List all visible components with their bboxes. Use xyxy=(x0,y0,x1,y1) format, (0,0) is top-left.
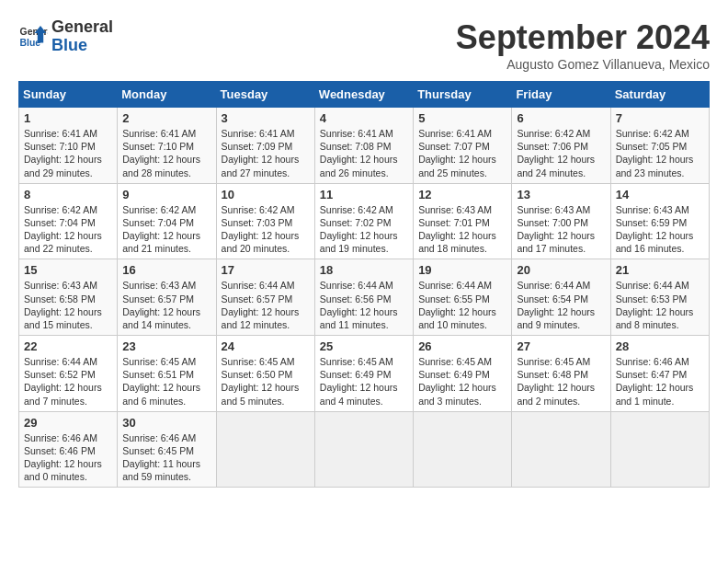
day-number: 13 xyxy=(517,188,605,201)
day-info: Sunrise: 6:43 AM Sunset: 6:59 PM Dayligh… xyxy=(616,203,704,256)
day-info: Sunrise: 6:44 AM Sunset: 6:54 PM Dayligh… xyxy=(517,279,605,331)
header: General Blue General Blue September 2024… xyxy=(18,18,710,72)
calendar-cell xyxy=(314,411,413,488)
day-info: Sunrise: 6:41 AM Sunset: 7:10 PM Dayligh… xyxy=(24,127,112,179)
day-info: Sunrise: 6:42 AM Sunset: 7:04 PM Dayligh… xyxy=(24,203,112,256)
col-tuesday: Tuesday xyxy=(216,82,314,108)
day-number: 21 xyxy=(616,263,704,277)
day-number: 23 xyxy=(122,339,210,353)
calendar-cell: 6 Sunrise: 6:42 AM Sunset: 7:06 PM Dayli… xyxy=(512,108,610,184)
calendar-table: Sunday Monday Tuesday Wednesday Thursday… xyxy=(18,81,710,488)
day-number: 16 xyxy=(122,263,210,277)
day-info: Sunrise: 6:46 AM Sunset: 6:45 PM Dayligh… xyxy=(122,431,210,484)
day-info: Sunrise: 6:44 AM Sunset: 6:56 PM Dayligh… xyxy=(320,279,408,331)
calendar-cell: 7 Sunrise: 6:42 AM Sunset: 7:05 PM Dayli… xyxy=(610,108,709,184)
calendar-cell: 18 Sunrise: 6:44 AM Sunset: 6:56 PM Dayl… xyxy=(314,259,413,336)
day-number: 27 xyxy=(517,339,605,353)
day-info: Sunrise: 6:42 AM Sunset: 7:06 PM Dayligh… xyxy=(517,127,605,179)
day-info: Sunrise: 6:45 AM Sunset: 6:50 PM Dayligh… xyxy=(222,355,310,408)
calendar-cell: 5 Sunrise: 6:41 AM Sunset: 7:07 PM Dayli… xyxy=(414,108,512,184)
day-info: Sunrise: 6:41 AM Sunset: 7:08 PM Dayligh… xyxy=(320,127,408,179)
calendar-cell: 14 Sunrise: 6:43 AM Sunset: 6:59 PM Dayl… xyxy=(610,183,709,259)
day-info: Sunrise: 6:41 AM Sunset: 7:10 PM Dayligh… xyxy=(122,127,210,179)
calendar-cell: 12 Sunrise: 6:43 AM Sunset: 7:01 PM Dayl… xyxy=(414,183,512,259)
day-number: 11 xyxy=(320,188,408,201)
day-number: 19 xyxy=(418,263,506,277)
calendar-cell xyxy=(414,411,512,488)
day-info: Sunrise: 6:41 AM Sunset: 7:09 PM Dayligh… xyxy=(222,127,310,179)
month-title: September 2024 xyxy=(456,18,710,57)
calendar-week-row: 8 Sunrise: 6:42 AM Sunset: 7:04 PM Dayli… xyxy=(19,183,710,259)
calendar-cell: 25 Sunrise: 6:45 AM Sunset: 6:49 PM Dayl… xyxy=(314,336,413,412)
day-number: 24 xyxy=(222,339,310,353)
location-subtitle: Augusto Gomez Villanueva, Mexico xyxy=(456,57,710,72)
day-info: Sunrise: 6:45 AM Sunset: 6:51 PM Dayligh… xyxy=(122,355,210,408)
day-number: 2 xyxy=(122,111,210,125)
day-info: Sunrise: 6:45 AM Sunset: 6:49 PM Dayligh… xyxy=(320,355,408,408)
day-number: 25 xyxy=(320,339,408,353)
day-info: Sunrise: 6:43 AM Sunset: 7:01 PM Dayligh… xyxy=(418,203,506,256)
calendar-cell: 8 Sunrise: 6:42 AM Sunset: 7:04 PM Dayli… xyxy=(19,183,118,259)
logo: General Blue General Blue xyxy=(18,18,113,55)
calendar-cell: 9 Sunrise: 6:42 AM Sunset: 7:04 PM Dayli… xyxy=(118,183,216,259)
calendar-week-row: 22 Sunrise: 6:44 AM Sunset: 6:52 PM Dayl… xyxy=(19,336,710,412)
logo-icon: General Blue xyxy=(18,22,48,52)
day-number: 26 xyxy=(418,339,506,353)
day-number: 6 xyxy=(517,111,605,125)
calendar-cell: 17 Sunrise: 6:44 AM Sunset: 6:57 PM Dayl… xyxy=(216,259,314,336)
calendar-cell xyxy=(216,411,314,488)
day-number: 3 xyxy=(222,111,310,125)
calendar-cell: 13 Sunrise: 6:43 AM Sunset: 7:00 PM Dayl… xyxy=(512,183,610,259)
day-number: 20 xyxy=(517,263,605,277)
day-number: 14 xyxy=(616,188,704,201)
day-number: 28 xyxy=(616,339,704,353)
title-area: September 2024 Augusto Gomez Villanueva,… xyxy=(456,18,710,72)
day-number: 5 xyxy=(418,111,506,125)
col-monday: Monday xyxy=(118,82,216,108)
day-info: Sunrise: 6:43 AM Sunset: 6:57 PM Dayligh… xyxy=(122,279,210,331)
day-info: Sunrise: 6:42 AM Sunset: 7:02 PM Dayligh… xyxy=(320,203,408,256)
day-number: 9 xyxy=(122,188,210,201)
day-info: Sunrise: 6:46 AM Sunset: 6:46 PM Dayligh… xyxy=(24,431,112,484)
calendar-cell: 10 Sunrise: 6:42 AM Sunset: 7:03 PM Dayl… xyxy=(216,183,314,259)
day-info: Sunrise: 6:44 AM Sunset: 6:55 PM Dayligh… xyxy=(418,279,506,331)
day-number: 1 xyxy=(24,111,112,125)
day-info: Sunrise: 6:41 AM Sunset: 7:07 PM Dayligh… xyxy=(418,127,506,179)
day-number: 7 xyxy=(616,111,704,125)
col-wednesday: Wednesday xyxy=(314,82,413,108)
calendar-cell: 11 Sunrise: 6:42 AM Sunset: 7:02 PM Dayl… xyxy=(314,183,413,259)
day-number: 12 xyxy=(418,188,506,201)
day-info: Sunrise: 6:43 AM Sunset: 7:00 PM Dayligh… xyxy=(517,203,605,256)
logo-text: General Blue xyxy=(51,18,113,55)
day-number: 10 xyxy=(222,188,310,201)
day-number: 8 xyxy=(24,188,112,201)
col-saturday: Saturday xyxy=(610,82,709,108)
day-info: Sunrise: 6:45 AM Sunset: 6:48 PM Dayligh… xyxy=(517,355,605,408)
calendar-cell: 26 Sunrise: 6:45 AM Sunset: 6:49 PM Dayl… xyxy=(414,336,512,412)
day-info: Sunrise: 6:43 AM Sunset: 6:58 PM Dayligh… xyxy=(24,279,112,331)
day-number: 30 xyxy=(122,416,210,430)
calendar-cell xyxy=(610,411,709,488)
calendar-cell: 4 Sunrise: 6:41 AM Sunset: 7:08 PM Dayli… xyxy=(314,108,413,184)
calendar-cell: 3 Sunrise: 6:41 AM Sunset: 7:09 PM Dayli… xyxy=(216,108,314,184)
calendar-week-row: 1 Sunrise: 6:41 AM Sunset: 7:10 PM Dayli… xyxy=(19,108,710,184)
day-number: 17 xyxy=(222,263,310,277)
day-info: Sunrise: 6:44 AM Sunset: 6:57 PM Dayligh… xyxy=(222,279,310,331)
calendar-week-row: 29 Sunrise: 6:46 AM Sunset: 6:46 PM Dayl… xyxy=(19,411,710,488)
calendar-cell: 19 Sunrise: 6:44 AM Sunset: 6:55 PM Dayl… xyxy=(414,259,512,336)
day-info: Sunrise: 6:45 AM Sunset: 6:49 PM Dayligh… xyxy=(418,355,506,408)
day-number: 15 xyxy=(24,263,112,277)
calendar-cell: 2 Sunrise: 6:41 AM Sunset: 7:10 PM Dayli… xyxy=(118,108,216,184)
day-number: 4 xyxy=(320,111,408,125)
calendar-cell: 1 Sunrise: 6:41 AM Sunset: 7:10 PM Dayli… xyxy=(19,108,118,184)
col-sunday: Sunday xyxy=(19,82,118,108)
day-number: 22 xyxy=(24,339,112,353)
day-number: 29 xyxy=(24,416,112,430)
calendar-cell: 21 Sunrise: 6:44 AM Sunset: 6:53 PM Dayl… xyxy=(610,259,709,336)
day-info: Sunrise: 6:42 AM Sunset: 7:05 PM Dayligh… xyxy=(616,127,704,179)
calendar-cell: 22 Sunrise: 6:44 AM Sunset: 6:52 PM Dayl… xyxy=(19,336,118,412)
calendar-cell: 23 Sunrise: 6:45 AM Sunset: 6:51 PM Dayl… xyxy=(118,336,216,412)
day-info: Sunrise: 6:44 AM Sunset: 6:53 PM Dayligh… xyxy=(616,279,704,331)
day-info: Sunrise: 6:42 AM Sunset: 7:04 PM Dayligh… xyxy=(122,203,210,256)
calendar-cell: 28 Sunrise: 6:46 AM Sunset: 6:47 PM Dayl… xyxy=(610,336,709,412)
